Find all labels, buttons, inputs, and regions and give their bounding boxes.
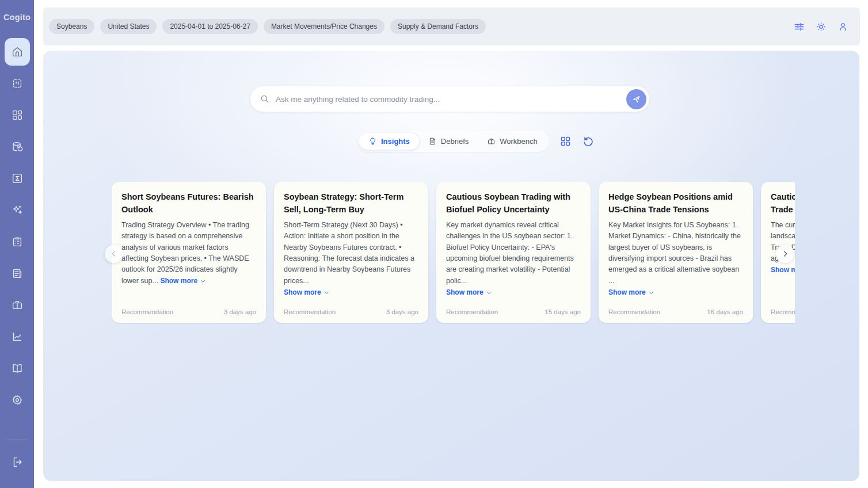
card-title: Cautious Soybean Trading with Biofuel Po…	[446, 190, 581, 216]
chip-topic-supply-demand[interactable]: Supply & Demand Factors	[390, 19, 486, 34]
sparkles-icon	[11, 204, 24, 216]
chevron-down-icon	[486, 289, 492, 296]
sidebar: Cogito	[0, 0, 34, 488]
sidebar-item-news[interactable]	[5, 260, 30, 287]
card-footer: Recommendation	[771, 308, 795, 315]
sidebar-item-knowledge[interactable]	[5, 354, 30, 382]
tab-workbench-label: Workbench	[500, 137, 538, 146]
insight-card[interactable]: Cautious Soybean Trading with Biofuel Po…	[436, 182, 591, 323]
header-icons	[794, 21, 848, 32]
card-timestamp: 3 days ago	[386, 308, 418, 315]
gear-icon	[11, 394, 24, 406]
logout-icon	[11, 456, 24, 468]
card-title: Cautious Trade Unc	[771, 190, 795, 216]
send-button[interactable]	[626, 89, 646, 109]
card-track: Short Soybeans Futures: Bearish Outlook …	[112, 182, 795, 323]
search-input[interactable]	[276, 95, 626, 104]
chip-date-range[interactable]: 2025-04-01 to 2025-06-27	[162, 19, 257, 34]
search-icon	[260, 94, 270, 104]
newspaper-icon	[11, 267, 24, 280]
chip-region[interactable]: United States	[100, 19, 157, 34]
card-type-label: Recommendation	[121, 308, 173, 315]
tab-insights[interactable]: Insights	[359, 133, 419, 150]
briefcase-icon	[487, 137, 496, 146]
chip-commodity[interactable]: Soybeans	[49, 19, 94, 34]
card-footer: Recommendation 3 days ago	[121, 308, 256, 315]
insight-card[interactable]: Soybean Strategy: Short-Term Sell, Long-…	[274, 182, 428, 323]
card-title: Short Soybeans Futures: Bearish Outlook	[121, 190, 256, 216]
sidebar-item-charts[interactable]	[5, 323, 30, 350]
sidebar-item-sparkles[interactable]	[5, 196, 30, 224]
document-icon	[428, 137, 437, 146]
app-logo: Cogito	[3, 13, 31, 22]
tab-workbench[interactable]: Workbench	[478, 133, 547, 150]
sigma-icon	[11, 172, 24, 185]
card-footer: Recommendation 15 days ago	[446, 308, 581, 315]
show-more-link[interactable]: Show more	[771, 266, 795, 274]
card-body: Short-Term Strategy (Next 30 Days) • Act…	[284, 220, 418, 287]
chevron-left-icon	[110, 250, 118, 258]
card-title: Soybean Strategy: Short-Term Sell, Long-…	[284, 190, 418, 216]
sidebar-divider	[7, 440, 28, 440]
user-profile-icon[interactable]	[837, 21, 848, 32]
show-more-link[interactable]: Show more	[608, 288, 743, 296]
sidebar-item-sigma[interactable]	[5, 165, 30, 192]
lightbulb-icon	[368, 137, 377, 146]
tab-debriefs[interactable]: Debriefs	[419, 133, 478, 150]
refresh-icon[interactable]	[582, 135, 595, 148]
chevron-down-icon	[200, 278, 206, 284]
card-footer: Recommendation 16 days ago	[608, 308, 743, 315]
card-body: Key market dynamics reveal critical chal…	[446, 220, 581, 287]
card-timestamp: 3 days ago	[224, 308, 256, 315]
sidebar-item-tasks[interactable]	[5, 228, 30, 256]
tabs: Insights Debriefs Workbench	[357, 131, 549, 152]
card-body: Key Market Insights for US Soybeans: 1. …	[608, 220, 743, 287]
card-timestamp: 15 days ago	[545, 308, 581, 315]
sidebar-item-settings[interactable]	[5, 386, 30, 414]
tabs-row: Insights Debriefs Workbench	[357, 131, 595, 152]
sidebar-item-logout[interactable]	[5, 448, 30, 476]
search-bar	[250, 86, 649, 112]
briefcase-icon	[11, 299, 24, 311]
clipboard-list-icon	[11, 235, 24, 248]
filter-chips: Soybeans United States 2025-04-01 to 202…	[49, 19, 486, 34]
sidebar-item-data-sync[interactable]	[5, 133, 30, 161]
insight-card-carousel: Short Soybeans Futures: Bearish Outlook …	[112, 182, 795, 325]
theme-sun-icon[interactable]	[816, 21, 827, 32]
header-band: Soybeans United States 2025-04-01 to 202…	[43, 7, 860, 45]
home-icon	[11, 45, 24, 58]
insight-card[interactable]: Hedge Soybean Positions amid US-China Tr…	[599, 182, 753, 323]
insight-card[interactable]: Short Soybeans Futures: Bearish Outlook …	[112, 182, 266, 323]
scan-select-icon	[11, 77, 24, 90]
chip-topic-market-movements[interactable]: Market Movements/Price Changes	[264, 19, 384, 34]
sidebar-item-portfolio[interactable]	[5, 291, 30, 319]
show-more-link[interactable]: Show more	[446, 288, 581, 296]
card-body: Trading Strategy Overview • The trading …	[121, 220, 256, 287]
carousel-prev-button[interactable]	[105, 245, 123, 263]
chevron-down-icon	[648, 289, 654, 296]
tab-debriefs-label: Debriefs	[441, 137, 469, 146]
card-type-label: Recommendation	[771, 308, 795, 315]
paper-plane-icon	[631, 94, 641, 104]
card-title: Hedge Soybean Positions amid US-China Tr…	[608, 190, 743, 216]
chevron-right-icon	[781, 250, 789, 258]
show-more-link[interactable]: Show more	[284, 288, 418, 296]
line-chart-icon	[11, 330, 24, 343]
carousel-next-button[interactable]	[776, 245, 794, 263]
grid-view-icon[interactable]	[559, 135, 572, 147]
sidebar-item-home[interactable]	[5, 38, 30, 66]
sidebar-item-scan-select[interactable]	[5, 70, 30, 97]
show-more-link[interactable]: Show more	[160, 276, 206, 287]
tab-insights-label: Insights	[381, 137, 410, 146]
card-footer: Recommendation 3 days ago	[284, 308, 418, 315]
sidebar-item-dashboard[interactable]	[5, 101, 30, 129]
filter-sliders-icon[interactable]	[794, 21, 805, 32]
card-type-label: Recommendation	[284, 308, 336, 315]
dashboard-grid-icon	[11, 109, 24, 121]
chevron-down-icon	[323, 289, 330, 296]
main-panel: Insights Debriefs Workbench Short Soybea…	[43, 51, 859, 481]
card-type-label: Recommendation	[608, 308, 660, 315]
open-book-icon	[11, 362, 24, 375]
database-refresh-icon	[11, 140, 24, 153]
card-timestamp: 16 days ago	[707, 308, 743, 315]
